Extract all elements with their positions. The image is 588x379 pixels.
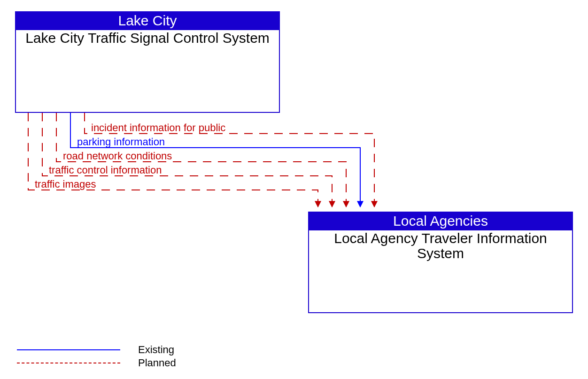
legend-line-existing xyxy=(17,349,120,350)
legend-label-existing: Existing xyxy=(138,344,174,356)
flow-label-traffic-images: traffic images xyxy=(35,179,96,190)
flow-label-parking: parking information xyxy=(77,137,165,147)
flow-label-road-network: road network conditions xyxy=(63,151,172,161)
flow-label-incident: incident information for public xyxy=(91,123,225,133)
flow-label-traffic-control: traffic control information xyxy=(49,165,162,175)
legend-label-planned: Planned xyxy=(138,357,176,369)
legend-line-planned xyxy=(17,363,120,363)
